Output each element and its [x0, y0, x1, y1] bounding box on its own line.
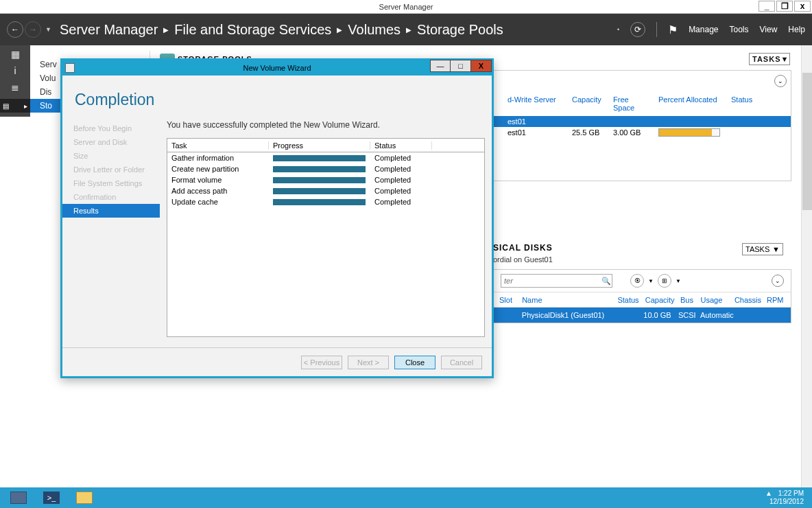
task-status: Completed [370, 154, 432, 162]
cell-usage: Automatic [700, 311, 732, 319]
physical-disk-row[interactable]: PhysicalDisk1 (Guest01) 10.0 GB SCSI Aut… [494, 308, 791, 323]
filter-button-1[interactable]: ⦿ [630, 274, 644, 288]
col-free[interactable]: Free Space [613, 95, 652, 112]
physical-disks-header: SICAL DISKS [493, 243, 553, 255]
dialog-minimize-button[interactable]: — [430, 60, 451, 72]
task-name: Format volume [167, 176, 269, 184]
wizard-step[interactable]: Confirmation [62, 190, 160, 204]
task-row: Create new partition Completed [167, 163, 484, 174]
close-window-button[interactable]: x [794, 1, 811, 12]
dialog-icon [65, 63, 75, 73]
nav-bar: ← → ▼ Server Manager ▶ File and Storage … [0, 14, 812, 45]
tasks-dropdown[interactable]: TASKS▼ [749, 53, 790, 65]
col-dwrite[interactable]: d-Write Server [508, 95, 565, 112]
close-button[interactable]: Close [394, 356, 435, 369]
system-tray[interactable]: ▲ 1:22 PM 12/19/2012 [765, 489, 808, 506]
completion-message: You have successfully completed the New … [167, 120, 485, 130]
nav-forward-button[interactable]: → [25, 21, 41, 38]
wizard-step-active[interactable]: Results [62, 204, 160, 218]
flag-icon[interactable]: ⚑ [668, 23, 678, 36]
menu-manage[interactable]: Manage [689, 25, 718, 34]
nav-dot-icon[interactable]: • [617, 26, 619, 33]
task-progress [269, 155, 370, 161]
breadcrumb-item[interactable]: Volumes [348, 22, 401, 38]
wizard-steps: Before You Begin Server and Disk Size Dr… [62, 120, 160, 347]
previous-button[interactable]: < Previous [301, 356, 342, 369]
task-progress [269, 188, 370, 194]
pool-row-capacity: 25.5 GB [572, 128, 606, 138]
taskbar-servermanager-button[interactable] [4, 489, 33, 506]
col-progress[interactable]: Progress [269, 141, 370, 150]
menu-help[interactable]: Help [788, 25, 805, 34]
collapse-button[interactable]: ⌄ [774, 75, 787, 87]
results-table: Task Progress Status Gather information … [167, 138, 485, 337]
col-usage[interactable]: Usage [701, 296, 729, 304]
wizard-step[interactable]: File System Settings [62, 176, 160, 190]
col-slot[interactable]: Slot [499, 296, 516, 304]
allservers-icon[interactable]: ≣ [8, 82, 22, 92]
breadcrumb-app[interactable]: Server Manager [60, 22, 158, 38]
col-status[interactable]: Status [731, 95, 765, 112]
window-title: Server Manager [379, 3, 433, 11]
wizard-step[interactable]: Drive Letter or Folder [62, 163, 160, 176]
pool-row-alloc [658, 128, 724, 138]
breadcrumb-sep-icon: ▶ [406, 26, 411, 34]
nav-back-button[interactable]: ← [7, 21, 23, 38]
physical-tasks-dropdown[interactable]: TASKS▼ [742, 243, 783, 255]
col-status[interactable]: Status [617, 296, 639, 304]
filter-button-2[interactable]: ⊞ [658, 274, 671, 288]
nav-history-drop[interactable]: ▼ [45, 26, 51, 33]
dialog-close-button[interactable]: X [471, 60, 492, 72]
breadcrumb-sep-icon: ▶ [163, 26, 169, 34]
minimize-button[interactable]: _ [759, 1, 775, 12]
col-capacity[interactable]: Capacity [645, 296, 675, 304]
taskbar-powershell-button[interactable]: >_ [37, 489, 66, 506]
task-name: Gather information [167, 154, 269, 162]
physical-disks-panel: 🔍 ⦿▼ ⊞▼ ⌄ Slot Name Status Capacity Bus … [493, 269, 791, 323]
col-status[interactable]: Status [370, 141, 432, 150]
storage-icon[interactable]: ▤▸ [0, 99, 30, 113]
vertical-scrollbar[interactable] [801, 45, 812, 487]
search-icon[interactable]: 🔍 [601, 277, 611, 286]
dashboard-icon[interactable]: ▦ [8, 49, 22, 59]
wizard-step[interactable]: Server and Disk [62, 135, 160, 149]
menu-tools[interactable]: Tools [730, 25, 749, 34]
wizard-step[interactable]: Size [62, 149, 160, 163]
task-progress [269, 166, 370, 172]
next-button[interactable]: Next > [348, 356, 389, 369]
refresh-icon[interactable]: ⟳ [630, 22, 645, 37]
col-name[interactable]: Name [522, 296, 612, 304]
col-chassis[interactable]: Chassis [735, 296, 761, 304]
task-status: Completed [370, 187, 432, 195]
menu-view[interactable]: View [760, 25, 778, 34]
server-icon[interactable]: i [8, 66, 22, 76]
col-bus[interactable]: Bus [680, 296, 695, 304]
pool-row-server: est01 [508, 117, 565, 126]
wizard-step[interactable]: Before You Begin [62, 122, 160, 135]
tray-arrow-icon[interactable]: ▲ [765, 489, 772, 498]
task-status: Completed [370, 165, 432, 173]
physical-disks-sub: ordial on Guest01 [493, 255, 791, 264]
cancel-button[interactable]: Cancel [441, 356, 482, 369]
pool-row-free: 3.00 GB [613, 128, 652, 138]
task-name: Create new partition [167, 165, 269, 173]
collapse-button[interactable]: ⌄ [772, 275, 784, 287]
physical-searchbar: 🔍 ⦿▼ ⊞▼ ⌄ [494, 270, 791, 292]
nav-right: • ⟳ ⚑ Manage Tools View Help [617, 22, 805, 37]
filter-input[interactable] [501, 274, 612, 288]
nav-divider [656, 22, 657, 37]
new-volume-wizard-dialog: New Volume Wizard — □ X Completion Befor… [60, 58, 494, 378]
physical-columns: Slot Name Status Capacity Bus Usage Chas… [494, 292, 791, 308]
col-capacity[interactable]: Capacity [572, 95, 606, 112]
task-row: Update cache Completed [167, 196, 484, 207]
maximize-button[interactable]: ❐ [776, 1, 793, 12]
col-rpm[interactable]: RPM [767, 296, 785, 304]
task-row: Gather information Completed [167, 152, 484, 163]
dialog-maximize-button[interactable]: □ [451, 60, 471, 72]
col-task[interactable]: Task [167, 141, 269, 150]
breadcrumb-item[interactable]: Storage Pools [417, 22, 503, 38]
breadcrumb-item[interactable]: File and Storage Services [174, 22, 331, 38]
dialog-footer: < Previous Next > Close Cancel [62, 347, 492, 376]
taskbar-explorer-button[interactable] [70, 489, 99, 506]
col-alloc[interactable]: Percent Allocated [658, 95, 724, 112]
